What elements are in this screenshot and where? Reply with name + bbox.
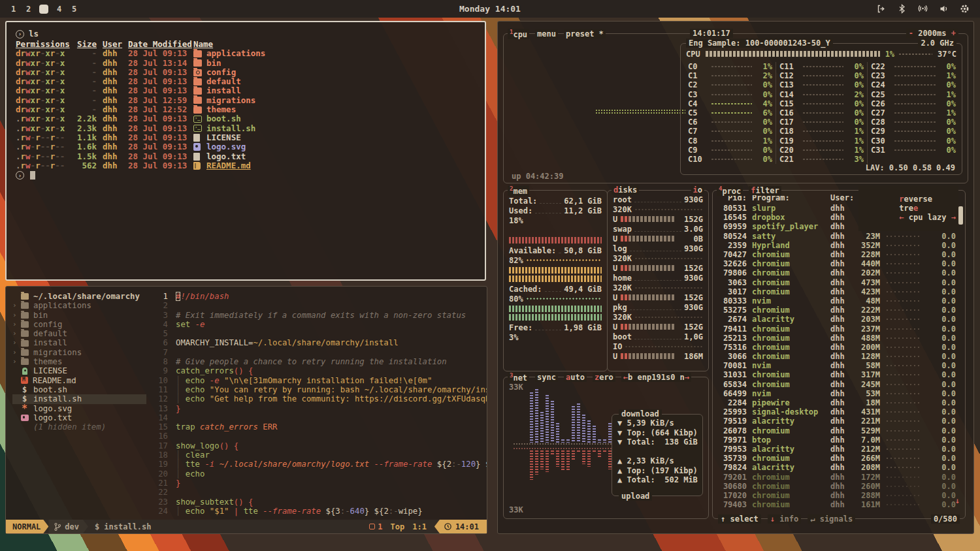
tab-net[interactable]: 3net bbox=[508, 372, 529, 383]
process-row[interactable]: 31031 chromium dhh 317M 0.0 bbox=[718, 370, 956, 379]
interval-decrease[interactable]: - bbox=[909, 29, 913, 38]
tab-proc[interactable]: 4proc bbox=[717, 185, 743, 196]
process-row[interactable]: 2359 Hyprland dhh 352M 0.0 bbox=[718, 241, 956, 250]
chevron-right-icon bbox=[12, 385, 21, 394]
process-cpu: 0.0 bbox=[927, 278, 956, 287]
proc-filter-button[interactable]: filter bbox=[749, 186, 781, 195]
editor-window[interactable]: ~/.local/share/omarchy › applications › … bbox=[5, 286, 487, 534]
process-row[interactable]: 65834 chromium dhh 245M 0.0 bbox=[718, 380, 956, 389]
process-row[interactable]: 79971 btop dhh 7.0M 0.0 bbox=[718, 435, 956, 445]
cpu-panel: 1cpu menu preset * 14:01:17 - 2000ms + E… bbox=[503, 33, 968, 183]
file-name: applications bbox=[206, 49, 265, 58]
process-row[interactable]: 3066 chromium dhh 128M 0.0 bbox=[718, 352, 956, 361]
process-row[interactable]: 2284 pipewire dhh 18M 0.0 bbox=[718, 398, 956, 407]
proc-reverse-button[interactable]: reverse bbox=[899, 195, 932, 204]
net-auto-button[interactable]: auto bbox=[564, 373, 587, 382]
proc-sort-switcher[interactable]: ← cpu lazy → bbox=[899, 213, 956, 222]
process-row[interactable]: 25993 signal-desktop dhh 431M 0.0 bbox=[718, 407, 956, 417]
process-row[interactable]: 3017 chromium dhh 423M 0.0 bbox=[718, 287, 956, 296]
tree-item[interactable]: › install bbox=[12, 338, 148, 347]
menu-button[interactable]: menu bbox=[535, 29, 558, 39]
tree-item[interactable]: › bin bbox=[12, 311, 148, 320]
line-number: 15 bbox=[148, 422, 168, 432]
logout-icon[interactable] bbox=[876, 4, 886, 14]
process-row[interactable]: 80524 satty dhh 23M 0.0 bbox=[718, 232, 956, 241]
code-line: 12 │ echo "Get help from the community: … bbox=[148, 394, 487, 403]
process-memory: 266M bbox=[854, 454, 880, 463]
process-row[interactable]: 80333 nvim dhh 48M 0.0 bbox=[718, 296, 956, 306]
process-row[interactable]: 35739 chromium dhh 266M 0.0 bbox=[718, 454, 956, 463]
process-row[interactable]: 79953 alacritty dhh 212M 0.0 bbox=[718, 445, 956, 454]
terminal-window[interactable]: › ls Permissions Size User Date Modified… bbox=[5, 21, 486, 281]
file-name: boot.sh bbox=[206, 114, 241, 123]
tree-root[interactable]: ~/.local/share/omarchy bbox=[12, 292, 148, 301]
tab-mem[interactable]: 2mem bbox=[508, 185, 529, 196]
process-row[interactable]: 79411 chromium dhh 237M 0.0 bbox=[718, 324, 956, 333]
process-row[interactable]: 79201 chromium dhh 172M 0.0 bbox=[718, 472, 956, 481]
tree-item[interactable]: install.sh bbox=[12, 394, 146, 403]
process-name: chromium bbox=[752, 426, 830, 435]
tree-item-icon bbox=[21, 321, 29, 328]
core-meter bbox=[802, 65, 843, 68]
tab-io[interactable]: io bbox=[691, 185, 704, 195]
tree-item[interactable]: LICENSE bbox=[12, 366, 148, 375]
process-row[interactable]: 30680 chromium dhh 260M 0.0 bbox=[718, 482, 956, 491]
tree-item[interactable]: › migrations bbox=[12, 348, 148, 357]
select-action[interactable]: select bbox=[730, 514, 758, 524]
process-row[interactable]: 26078 chromium dhh 529M 0.0 bbox=[718, 426, 956, 435]
tree-item[interactable]: (1 hidden item) bbox=[12, 422, 148, 432]
tree-item[interactable]: › themes bbox=[12, 357, 148, 366]
net-sync-button[interactable]: sync bbox=[535, 373, 558, 382]
volume-icon[interactable] bbox=[939, 4, 949, 14]
process-memory: 222M bbox=[854, 306, 880, 315]
file-row: .rw-r--r-- 1.1k dhh 28 Jul 09:13 LICENSE bbox=[16, 133, 476, 142]
interval-increase[interactable]: + bbox=[951, 29, 956, 38]
proc-tree-button[interactable]: tree bbox=[899, 204, 918, 213]
shell-prompt-empty[interactable]: › bbox=[16, 170, 476, 180]
tree-item[interactable]: logo.txt bbox=[12, 413, 148, 422]
process-row[interactable]: 70081 nvim dhh 58M 0.0 bbox=[718, 361, 956, 370]
process-row[interactable]: 79519 alacritty dhh 221M 0.0 bbox=[718, 417, 956, 426]
tree-item[interactable]: README.md bbox=[12, 376, 148, 385]
process-row[interactable]: 66499 nvim dhh 53M 0.0 bbox=[718, 389, 956, 398]
system-monitor-window[interactable]: 1cpu menu preset * 14:01:17 - 2000ms + E… bbox=[497, 21, 974, 534]
info-action[interactable]: info bbox=[779, 514, 798, 524]
process-memory: 202M bbox=[854, 268, 880, 277]
process-row[interactable]: 53275 chromium dhh 222M 0.0 bbox=[718, 306, 956, 315]
net-zero-button[interactable]: zero bbox=[593, 373, 615, 382]
tree-item[interactable]: › default bbox=[12, 329, 148, 338]
network-icon[interactable] bbox=[918, 4, 928, 14]
preset-button[interactable]: preset * bbox=[564, 29, 606, 39]
process-row[interactable]: 17020 chromium dhh 288M 0.0 bbox=[718, 491, 956, 500]
process-row[interactable]: 79806 chromium dhh 202M 0.0 bbox=[718, 268, 956, 277]
tree-item[interactable]: boot.sh bbox=[12, 385, 148, 394]
tree-item[interactable]: › config bbox=[12, 320, 148, 329]
file-name: bin bbox=[206, 59, 221, 68]
git-branch[interactable]: dev bbox=[48, 520, 88, 533]
signals-action[interactable]: signals bbox=[820, 514, 853, 524]
code-token: OMARCHY_INSTALL bbox=[176, 338, 248, 347]
process-row[interactable]: 25213 chromium dhh 488M 0.0 bbox=[718, 334, 956, 343]
scroll-down-icon[interactable]: ↓ bbox=[955, 496, 960, 505]
process-row[interactable]: 79824 alacritty dhh 208M 0.0 bbox=[718, 463, 956, 472]
tab-disks[interactable]: disks bbox=[612, 185, 639, 195]
code-token: echo bbox=[186, 385, 210, 394]
process-scrollbar[interactable] bbox=[958, 206, 963, 225]
process-row[interactable]: 70427 chromium dhh 228M 0.0 bbox=[718, 250, 956, 259]
code-token: trap bbox=[176, 422, 200, 432]
process-row[interactable]: 3063 chromium dhh 473M 0.0 bbox=[718, 278, 956, 287]
net-interface-switcher[interactable]: ←b enp191s0 n→ bbox=[621, 373, 691, 382]
process-pid: 79953 bbox=[718, 445, 747, 454]
tree-item[interactable]: › applications bbox=[12, 301, 148, 310]
process-row[interactable]: 75316 chromium dhh 200M 0.0 bbox=[718, 343, 956, 352]
bluetooth-icon[interactable] bbox=[897, 4, 907, 14]
code-editor[interactable]: 1 #!/bin/bash 2 3 # Exit immediately if … bbox=[148, 287, 487, 520]
tree-item[interactable]: logo.svg bbox=[12, 404, 148, 413]
process-row[interactable]: 2674 alacritty dhh 203M 0.0 bbox=[718, 315, 956, 324]
settings-icon[interactable] bbox=[960, 4, 970, 14]
tab-cpu[interactable]: 1cpu bbox=[508, 29, 529, 39]
process-memory: 228M bbox=[854, 250, 880, 259]
process-row[interactable]: 79403 chromium dhh 161M 0.0 bbox=[718, 500, 956, 509]
core-meter bbox=[711, 149, 752, 151]
process-row[interactable]: 32626 chromium dhh 440M 0.0 bbox=[718, 259, 956, 268]
